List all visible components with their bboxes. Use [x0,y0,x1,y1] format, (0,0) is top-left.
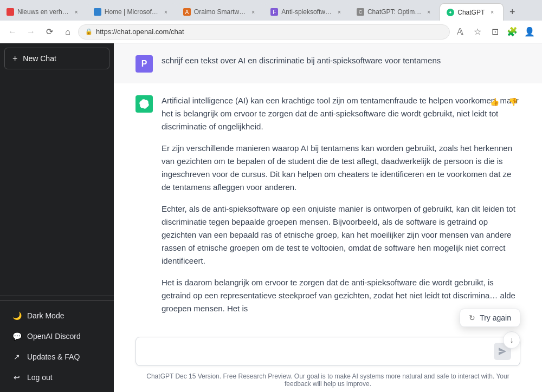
tab-title-antispieksoftw: Anti-spieksoftw… [281,8,332,16]
sidebar-divider [0,296,114,296]
extensions-button[interactable]: 🧩 [504,24,520,40]
faq-icon: ↗ [12,352,22,362]
chat-messages: P schrijf een tekst over AI en discrimin… [114,43,542,330]
sidebar-bottom: 🌙 Dark Mode 💬 OpenAI Discord ↗ Updates &… [0,300,114,392]
input-box [136,337,520,366]
new-chat-label: New Chat [23,54,56,63]
browser-chrome: Nieuws en verh… × Home | Microsof… × A O… [0,0,542,43]
nav-actions: 𝔸 ☆ ⊡ 🧩 👤 [452,24,538,40]
tab-close-nieuws[interactable]: × [72,8,81,16]
tab-title-nieuws: Nieuws en verh… [17,8,69,16]
tab-bar: Nieuws en verh… × Home | Microsof… × A O… [0,0,542,21]
ai-message-content: Artificial intelligence (AI) kan een kra… [162,94,520,315]
new-tab-button[interactable]: + [504,3,521,21]
input-area [114,330,542,370]
tab-favicon-chatgpt-optim: C [357,8,364,16]
home-button[interactable]: ⌂ [60,24,76,40]
dark-mode-icon: 🌙 [12,311,22,321]
read-aloud-button[interactable]: 𝔸 [452,24,468,40]
tab-antispieksoftw[interactable]: F Anti-spieksoftw… × [264,3,350,21]
faq-label: Updates & FAQ [27,352,80,361]
try-again-icon: ↻ [469,313,475,322]
profile-button[interactable]: 👤 [521,24,538,40]
app-container: + New Chat 🌙 Dark Mode 💬 OpenAI Discord … [0,43,542,392]
discord-icon: 💬 [12,331,22,341]
message-row-user: P schrijf een tekst over AI en discrimin… [114,43,542,83]
tab-close-chatgpt[interactable]: × [488,8,496,17]
sidebar-top: + New Chat [0,43,114,291]
address-text: https://chat.openai.com/chat [96,28,184,36]
sidebar-item-discord[interactable]: 💬 OpenAI Discord [4,326,109,347]
sidebar-item-faq[interactable]: ↗ Updates & FAQ [4,347,109,367]
tab-oraimo[interactable]: A Oraimo Smartw… × [177,3,264,21]
forward-button[interactable]: → [23,24,39,40]
sidebar: + New Chat 🌙 Dark Mode 💬 OpenAI Discord … [0,43,114,392]
sidebar-item-dark-mode[interactable]: 🌙 Dark Mode [4,305,109,326]
tab-close-microsoft[interactable]: × [162,8,170,16]
try-again-popup[interactable]: ↻ Try again [460,309,520,327]
user-avatar: P [136,55,153,73]
scroll-down-button[interactable]: ↓ [503,331,520,349]
chat-input[interactable] [145,345,489,358]
tab-favicon-microsoft [94,8,101,16]
chat-area: P schrijf een tekst over AI en discrimin… [114,43,542,392]
ai-para-2: Er zijn verschillende manieren waarop AI… [162,142,520,194]
tab-close-oraimo[interactable]: × [249,8,257,16]
footer: ChatGPT Dec 15 Version. Free Research Pr… [114,370,542,392]
plus-icon: + [12,54,17,63]
address-bar[interactable]: 🔒 https://chat.openai.com/chat [78,24,450,40]
discord-label: OpenAI Discord [27,332,81,341]
user-message-text: schrijf een tekst over AI en discriminat… [162,56,441,65]
nav-bar: ← → ⟳ ⌂ 🔒 https://chat.openai.com/chat 𝔸… [0,21,542,43]
back-button[interactable]: ← [4,24,21,40]
tab-title-chatgpt-optim: ChatGPT: Optim… [367,8,421,16]
tab-title-microsoft: Home | Microsof… [105,8,158,16]
ai-para-3: Echter, als de anti-spieksoftware op een… [162,202,520,267]
tab-title-oraimo: Oraimo Smartw… [194,8,246,16]
reload-button[interactable]: ⟳ [41,24,57,40]
tab-favicon-chatgpt: ✦ [447,9,454,16]
try-again-label: Try again [480,313,511,322]
thumbs-down-button[interactable]: 👎 [505,94,520,109]
thumbs-up-button[interactable]: 👍 [487,94,502,109]
tab-favicon-antispieksoftw: F [270,8,278,16]
tab-close-chatgpt-optim[interactable]: × [424,8,433,16]
ai-para-1: Artificial intelligence (AI) kan een kra… [162,94,520,133]
dark-mode-label: Dark Mode [27,311,64,320]
footer-text: ChatGPT Dec 15 Version. Free Research Pr… [146,373,509,388]
tab-favicon-oraimo: A [183,8,191,16]
logout-label: Log out [27,373,53,382]
lock-icon: 🔒 [85,28,93,35]
tab-microsoft[interactable]: Home | Microsof… × [87,3,177,21]
collections-button[interactable]: ⊡ [487,24,503,40]
tab-favicon-nieuws [7,8,14,16]
tab-chatgpt-optim[interactable]: C ChatGPT: Optim… × [350,3,440,21]
new-chat-button[interactable]: + New Chat [4,48,109,69]
ai-avatar [136,95,153,113]
tab-title-chatgpt: ChatGPT [457,9,485,16]
user-message-content: schrijf een tekst over AI en discriminat… [162,54,520,73]
logout-icon: ↩ [12,373,22,382]
tab-chatgpt[interactable]: ✦ ChatGPT × [440,3,504,21]
message-row-assistant: Artificial intelligence (AI) kan een kra… [114,83,542,326]
message-actions: 👍 👎 [487,94,520,109]
tab-close-antispieksoftw[interactable]: × [335,8,344,16]
favorites-button[interactable]: ☆ [469,24,486,40]
tab-nieuws[interactable]: Nieuws en verh… × [0,3,87,21]
sidebar-item-logout[interactable]: ↩ Log out [4,367,109,388]
